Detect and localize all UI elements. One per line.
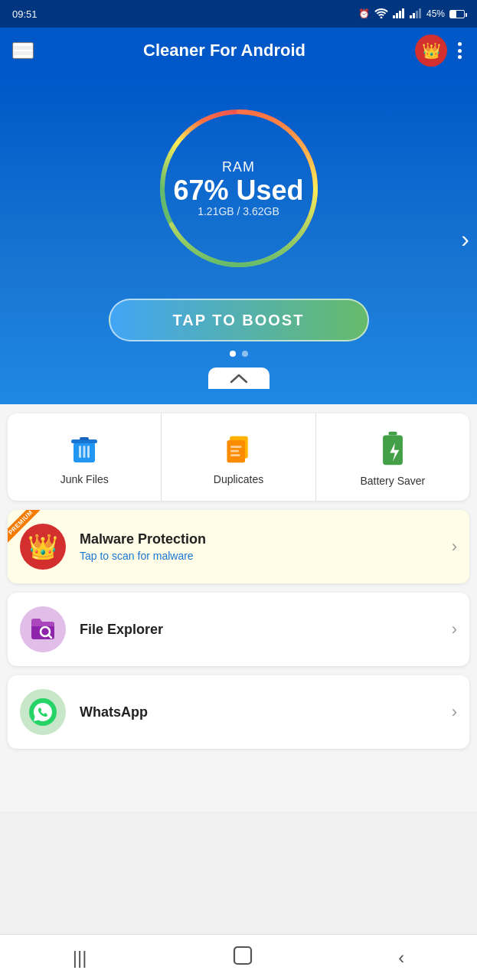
more-menu-button[interactable]	[455, 39, 465, 62]
svg-rect-19	[230, 446, 242, 448]
recent-apps-icon: |||	[73, 947, 87, 969]
svg-rect-13	[80, 437, 89, 440]
duplicates-icon	[223, 432, 253, 466]
file-explorer-item[interactable]: File Explorer ›	[8, 593, 469, 666]
svg-rect-28	[234, 947, 251, 964]
whatsapp-item[interactable]: WhatsApp ›	[8, 675, 469, 749]
feature-row: Junk Files Duplicates	[8, 413, 469, 501]
content-area: Junk Files Duplicates	[0, 404, 477, 812]
svg-rect-7	[419, 8, 421, 18]
file-explorer-icon-wrap	[20, 606, 66, 652]
hero-section: RAM 67% Used 1.21GB / 3.62GB › TAP TO BO…	[0, 74, 477, 404]
svg-rect-16	[87, 446, 90, 458]
premium-badge: PREMIUM	[8, 510, 51, 553]
file-explorer-section: File Explorer ›	[8, 593, 469, 666]
premium-button[interactable]: 👑	[415, 34, 447, 67]
malware-text: Malware Protection Tap to scan for malwa…	[80, 531, 452, 562]
malware-subtitle: Tap to scan for malware	[80, 550, 452, 562]
battery-saver-icon	[379, 430, 407, 467]
svg-rect-1	[396, 13, 398, 18]
battery-percent: 45%	[426, 8, 445, 19]
file-explorer-text: File Explorer	[80, 622, 452, 638]
duplicates-label: Duplicates	[214, 473, 263, 485]
premium-label: PREMIUM	[8, 510, 43, 545]
bottom-navigation: ||| ‹	[0, 934, 477, 980]
dot-2	[242, 351, 248, 357]
junk-files-icon	[67, 432, 101, 466]
app-title: Cleaner For Android	[34, 41, 415, 60]
next-arrow[interactable]: ›	[461, 225, 469, 253]
ram-detail: 1.21GB / 3.62GB	[173, 205, 303, 217]
home-icon	[232, 945, 253, 971]
battery-icon	[449, 10, 465, 18]
svg-rect-22	[388, 432, 397, 436]
wifi-icon	[374, 8, 388, 21]
recent-apps-button[interactable]: |||	[54, 941, 106, 975]
back-icon: ‹	[398, 947, 404, 969]
whatsapp-section: WhatsApp ›	[8, 675, 469, 749]
malware-title: Malware Protection	[80, 531, 452, 547]
svg-rect-5	[413, 13, 415, 18]
boost-button[interactable]: TAP TO BOOST	[109, 299, 369, 341]
ram-gauge: RAM 67% Used 1.21GB / 3.62GB	[147, 96, 331, 280]
chevron-up-icon	[230, 373, 248, 384]
whatsapp-icon	[28, 697, 58, 727]
whatsapp-chevron: ›	[452, 702, 457, 722]
junk-files-label: Junk Files	[60, 473, 109, 485]
ram-info: RAM 67% Used 1.21GB / 3.62GB	[173, 159, 303, 218]
malware-chevron: ›	[452, 537, 457, 557]
junk-files-item[interactable]: Junk Files	[8, 413, 161, 501]
svg-rect-15	[83, 446, 86, 458]
whatsapp-text: WhatsApp	[80, 704, 452, 720]
signal-icon	[393, 8, 405, 21]
malware-item[interactable]: PREMIUM 👑 Malware Protection Tap to scan…	[8, 510, 469, 583]
svg-rect-6	[416, 11, 418, 18]
home-button[interactable]	[214, 939, 272, 977]
crown-icon: 👑	[422, 41, 441, 60]
svg-rect-3	[402, 8, 404, 18]
svg-rect-2	[399, 11, 401, 18]
menu-button[interactable]	[12, 42, 34, 59]
svg-rect-14	[79, 446, 81, 458]
battery-saver-item[interactable]: Battery Saver	[315, 413, 469, 501]
page-dots	[230, 351, 248, 357]
whatsapp-title: WhatsApp	[80, 704, 452, 720]
signal2-icon	[410, 8, 422, 21]
svg-rect-20	[230, 450, 239, 452]
battery-saver-label: Battery Saver	[360, 475, 425, 487]
back-button[interactable]: ‹	[380, 941, 423, 975]
time-display: 09:51	[12, 8, 38, 20]
whatsapp-icon-wrap	[20, 689, 66, 735]
ram-label: RAM	[173, 159, 303, 175]
dot-1	[230, 351, 236, 357]
file-explorer-chevron: ›	[452, 619, 457, 639]
svg-rect-21	[230, 454, 240, 456]
duplicates-item[interactable]: Duplicates	[161, 413, 315, 501]
malware-section: PREMIUM 👑 Malware Protection Tap to scan…	[8, 510, 469, 583]
svg-rect-4	[410, 15, 412, 18]
app-bar: Cleaner For Android 👑	[0, 28, 477, 74]
file-explorer-icon	[28, 615, 57, 644]
alarm-icon: ⏰	[358, 8, 370, 19]
ram-percent: 67% Used	[173, 175, 303, 206]
svg-rect-0	[393, 15, 395, 18]
status-bar: 09:51 ⏰ 45%	[0, 0, 477, 28]
file-explorer-title: File Explorer	[80, 622, 452, 638]
collapse-handle[interactable]	[208, 368, 270, 389]
